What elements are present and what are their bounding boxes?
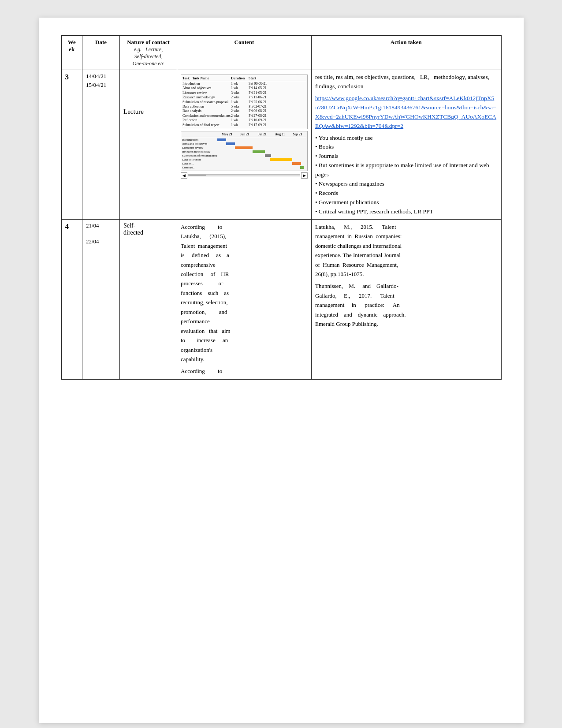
dates-cell: 21/04 22/04 <box>82 219 120 379</box>
content-text-4: According to Latukha, (2015), Talent man… <box>181 222 308 376</box>
content-cell-4: According to Latukha, (2015), Talent man… <box>177 219 312 379</box>
gantt-bar-row: Aims and objectives <box>182 142 306 146</box>
action-text-3: res title, res aim, res objectives, ques… <box>315 73 497 217</box>
google-search-link[interactable]: https://www.google.co.uk/search?q=gantt+… <box>315 95 496 129</box>
gantt-bars: May 21 Jun 21 Jul 21 Aug 21 Sep 21 Intro… <box>181 131 308 171</box>
scroll-left-btn[interactable]: ◀ <box>181 172 187 179</box>
scrollbar-track[interactable] <box>188 174 300 176</box>
date-2: 15/04/21 <box>86 82 116 89</box>
table-row: 3 14/04/21 15/04/21 Lecture Task Task Na… <box>61 70 501 220</box>
gantt-row: Submission of final report 1 wk Fri 17-0… <box>182 123 306 127</box>
nature-value: Self-directed <box>123 222 173 236</box>
action-cell: res title, res aim, res objectives, ques… <box>312 70 501 220</box>
gantt-bar-row: Literature review <box>182 146 306 149</box>
list-item: Records <box>315 189 497 198</box>
list-item: But sometimes it is appropriate to make … <box>315 161 497 179</box>
gantt-bar-row: Conclusi... <box>182 166 306 169</box>
list-item: Newspapers and magazines <box>315 179 497 189</box>
action-link[interactable]: https://www.google.co.uk/search?q=gantt+… <box>315 94 497 131</box>
table-row: 4 21/04 22/04 Self-directed According to… <box>61 219 501 379</box>
gantt-bar-header: May 21 Jun 21 Jul 21 Aug 21 Sep 21 <box>182 132 306 137</box>
header-week: We ek <box>61 36 82 70</box>
gantt-bar-row: Introductions <box>182 138 306 142</box>
gantt-row: Literature review 3 wks Fri 21-05-21 <box>182 91 306 95</box>
scrollbar-area: ◀ ▶ <box>181 172 308 179</box>
gantt-header: Task Task Name Duration Start <box>182 76 306 81</box>
nature-subheader: e.g. Lecture,Self-directed,One-to-one et… <box>133 46 164 67</box>
header-content: Content <box>177 36 312 70</box>
gantt-row: Data collection 5 wks Fri 02-07-21 <box>182 105 306 109</box>
action-text-4: Latukha, M., 2015. Talent management in … <box>315 222 497 329</box>
header-date: Date <box>82 36 120 70</box>
gantt-bar-row: Data an... <box>182 162 306 165</box>
scrollbar-thumb[interactable] <box>189 175 206 176</box>
week-label: We ek <box>68 39 76 52</box>
list-item: Critical writing PPT, research methods, … <box>315 207 497 217</box>
bullet-list: You should mostly use Books Journals But… <box>315 134 497 217</box>
gantt-table: Task Task Name Duration Start Introducti… <box>181 75 308 129</box>
gantt-row: Submission of research proposal 1 wk Fri… <box>182 100 306 105</box>
list-item: Books <box>315 142 497 152</box>
nature-cell: Lecture <box>120 70 177 220</box>
dates-cell: 14/04/21 15/04/21 <box>82 70 120 220</box>
week-number: 3 <box>61 70 82 220</box>
gantt-row: Introduction 1 wk Sat 08-05-21 <box>182 82 306 86</box>
action-cell-4: Latukha, M., 2015. Talent management in … <box>312 219 501 379</box>
date-2: 22/04 <box>86 238 116 245</box>
list-item: You should mostly use <box>315 134 497 143</box>
date-1: 21/04 <box>86 222 116 229</box>
list-item: Journals <box>315 152 497 161</box>
date-1: 14/04/21 <box>86 73 116 80</box>
page: We ek Date Nature of contact e.g. Lectur… <box>39 18 524 723</box>
gantt-bar-row: Data collection <box>182 158 306 161</box>
gantt-bar-row: Research methodology <box>182 150 306 153</box>
action-para-1: res title, res aim, res objectives, ques… <box>315 73 497 91</box>
nature-value: Lecture <box>123 108 173 116</box>
gantt-row: Conclusion and recommendations 2 wks Fri… <box>182 114 306 118</box>
gantt-row: Aims and objectives 1 wk Fri 14-05-21 <box>182 86 306 90</box>
gantt-col-task-label: Task Task Name <box>182 76 231 80</box>
scroll-right-btn[interactable]: ▶ <box>301 172 308 179</box>
gantt-col-dur-label: Duration <box>231 76 249 80</box>
header-action: Action taken <box>312 36 501 70</box>
gantt-row: Data analysis 2 wks Fri 06-08-21 <box>182 109 306 113</box>
nature-cell: Self-directed <box>120 219 177 379</box>
gantt-row: Reflection 1 wk Fri 10-09-21 <box>182 118 306 123</box>
main-table: We ek Date Nature of contact e.g. Lectur… <box>61 35 502 380</box>
week-number: 4 <box>61 219 82 379</box>
list-item: Government publications <box>315 198 497 207</box>
gantt-row: Research methodology 2 wks Fri 11-06-21 <box>182 95 306 100</box>
gantt-bar-row: Submission of research proposal <box>182 154 306 157</box>
gantt-col-start-label: Start <box>249 76 275 80</box>
content-cell: Task Task Name Duration Start Introducti… <box>177 70 312 220</box>
header-nature: Nature of contact e.g. Lecture,Self-dire… <box>120 36 177 70</box>
